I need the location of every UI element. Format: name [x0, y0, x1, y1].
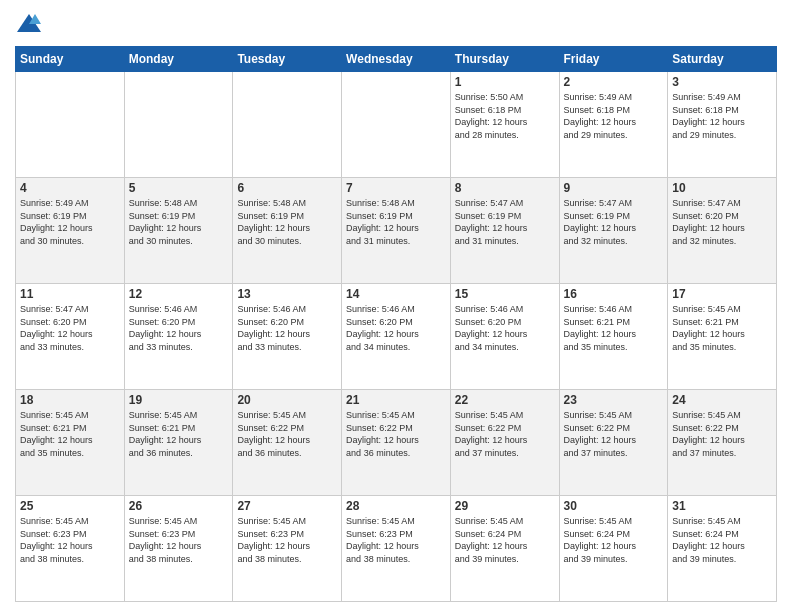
day-number: 6 — [237, 181, 337, 195]
calendar-cell: 31Sunrise: 5:45 AM Sunset: 6:24 PM Dayli… — [668, 496, 777, 602]
calendar-cell: 2Sunrise: 5:49 AM Sunset: 6:18 PM Daylig… — [559, 72, 668, 178]
day-number: 9 — [564, 181, 664, 195]
header — [15, 10, 777, 38]
day-info: Sunrise: 5:45 AM Sunset: 6:23 PM Dayligh… — [346, 515, 446, 565]
calendar-cell: 11Sunrise: 5:47 AM Sunset: 6:20 PM Dayli… — [16, 284, 125, 390]
day-number: 16 — [564, 287, 664, 301]
day-info: Sunrise: 5:45 AM Sunset: 6:23 PM Dayligh… — [237, 515, 337, 565]
day-number: 31 — [672, 499, 772, 513]
day-info: Sunrise: 5:49 AM Sunset: 6:18 PM Dayligh… — [564, 91, 664, 141]
page: SundayMondayTuesdayWednesdayThursdayFrid… — [0, 0, 792, 612]
day-number: 1 — [455, 75, 555, 89]
day-number: 4 — [20, 181, 120, 195]
day-number: 13 — [237, 287, 337, 301]
day-info: Sunrise: 5:46 AM Sunset: 6:20 PM Dayligh… — [129, 303, 229, 353]
col-header-tuesday: Tuesday — [233, 47, 342, 72]
calendar-cell: 13Sunrise: 5:46 AM Sunset: 6:20 PM Dayli… — [233, 284, 342, 390]
calendar-cell: 28Sunrise: 5:45 AM Sunset: 6:23 PM Dayli… — [342, 496, 451, 602]
calendar-cell: 1Sunrise: 5:50 AM Sunset: 6:18 PM Daylig… — [450, 72, 559, 178]
calendar-cell: 17Sunrise: 5:45 AM Sunset: 6:21 PM Dayli… — [668, 284, 777, 390]
day-number: 24 — [672, 393, 772, 407]
day-number: 11 — [20, 287, 120, 301]
day-number: 7 — [346, 181, 446, 195]
calendar-cell: 25Sunrise: 5:45 AM Sunset: 6:23 PM Dayli… — [16, 496, 125, 602]
day-info: Sunrise: 5:45 AM Sunset: 6:22 PM Dayligh… — [455, 409, 555, 459]
day-info: Sunrise: 5:49 AM Sunset: 6:19 PM Dayligh… — [20, 197, 120, 247]
calendar-cell — [342, 72, 451, 178]
day-number: 19 — [129, 393, 229, 407]
calendar-cell: 10Sunrise: 5:47 AM Sunset: 6:20 PM Dayli… — [668, 178, 777, 284]
day-number: 5 — [129, 181, 229, 195]
day-info: Sunrise: 5:45 AM Sunset: 6:21 PM Dayligh… — [20, 409, 120, 459]
col-header-wednesday: Wednesday — [342, 47, 451, 72]
calendar-cell: 4Sunrise: 5:49 AM Sunset: 6:19 PM Daylig… — [16, 178, 125, 284]
day-info: Sunrise: 5:48 AM Sunset: 6:19 PM Dayligh… — [237, 197, 337, 247]
day-number: 8 — [455, 181, 555, 195]
day-number: 21 — [346, 393, 446, 407]
day-info: Sunrise: 5:45 AM Sunset: 6:21 PM Dayligh… — [672, 303, 772, 353]
day-info: Sunrise: 5:45 AM Sunset: 6:22 PM Dayligh… — [672, 409, 772, 459]
day-number: 2 — [564, 75, 664, 89]
calendar-cell: 27Sunrise: 5:45 AM Sunset: 6:23 PM Dayli… — [233, 496, 342, 602]
day-info: Sunrise: 5:45 AM Sunset: 6:21 PM Dayligh… — [129, 409, 229, 459]
day-number: 14 — [346, 287, 446, 301]
day-info: Sunrise: 5:45 AM Sunset: 6:22 PM Dayligh… — [564, 409, 664, 459]
logo-icon — [15, 10, 43, 38]
day-number: 29 — [455, 499, 555, 513]
calendar-cell: 29Sunrise: 5:45 AM Sunset: 6:24 PM Dayli… — [450, 496, 559, 602]
calendar-cell: 3Sunrise: 5:49 AM Sunset: 6:18 PM Daylig… — [668, 72, 777, 178]
calendar-cell: 26Sunrise: 5:45 AM Sunset: 6:23 PM Dayli… — [124, 496, 233, 602]
calendar-cell: 12Sunrise: 5:46 AM Sunset: 6:20 PM Dayli… — [124, 284, 233, 390]
day-number: 27 — [237, 499, 337, 513]
calendar-cell: 6Sunrise: 5:48 AM Sunset: 6:19 PM Daylig… — [233, 178, 342, 284]
day-info: Sunrise: 5:46 AM Sunset: 6:20 PM Dayligh… — [237, 303, 337, 353]
calendar-cell: 18Sunrise: 5:45 AM Sunset: 6:21 PM Dayli… — [16, 390, 125, 496]
calendar-cell: 16Sunrise: 5:46 AM Sunset: 6:21 PM Dayli… — [559, 284, 668, 390]
day-info: Sunrise: 5:45 AM Sunset: 6:22 PM Dayligh… — [346, 409, 446, 459]
calendar-cell: 9Sunrise: 5:47 AM Sunset: 6:19 PM Daylig… — [559, 178, 668, 284]
day-info: Sunrise: 5:45 AM Sunset: 6:24 PM Dayligh… — [672, 515, 772, 565]
calendar-cell: 8Sunrise: 5:47 AM Sunset: 6:19 PM Daylig… — [450, 178, 559, 284]
calendar-cell — [233, 72, 342, 178]
day-info: Sunrise: 5:46 AM Sunset: 6:21 PM Dayligh… — [564, 303, 664, 353]
calendar-cell: 20Sunrise: 5:45 AM Sunset: 6:22 PM Dayli… — [233, 390, 342, 496]
day-info: Sunrise: 5:49 AM Sunset: 6:18 PM Dayligh… — [672, 91, 772, 141]
calendar: SundayMondayTuesdayWednesdayThursdayFrid… — [15, 46, 777, 602]
day-info: Sunrise: 5:45 AM Sunset: 6:24 PM Dayligh… — [564, 515, 664, 565]
day-info: Sunrise: 5:47 AM Sunset: 6:20 PM Dayligh… — [20, 303, 120, 353]
calendar-cell: 23Sunrise: 5:45 AM Sunset: 6:22 PM Dayli… — [559, 390, 668, 496]
col-header-friday: Friday — [559, 47, 668, 72]
day-info: Sunrise: 5:45 AM Sunset: 6:23 PM Dayligh… — [20, 515, 120, 565]
calendar-cell — [124, 72, 233, 178]
calendar-cell: 14Sunrise: 5:46 AM Sunset: 6:20 PM Dayli… — [342, 284, 451, 390]
day-info: Sunrise: 5:48 AM Sunset: 6:19 PM Dayligh… — [129, 197, 229, 247]
day-number: 20 — [237, 393, 337, 407]
col-header-sunday: Sunday — [16, 47, 125, 72]
calendar-cell: 21Sunrise: 5:45 AM Sunset: 6:22 PM Dayli… — [342, 390, 451, 496]
logo — [15, 10, 47, 38]
day-info: Sunrise: 5:47 AM Sunset: 6:19 PM Dayligh… — [455, 197, 555, 247]
calendar-cell: 7Sunrise: 5:48 AM Sunset: 6:19 PM Daylig… — [342, 178, 451, 284]
calendar-cell: 30Sunrise: 5:45 AM Sunset: 6:24 PM Dayli… — [559, 496, 668, 602]
day-info: Sunrise: 5:47 AM Sunset: 6:20 PM Dayligh… — [672, 197, 772, 247]
day-number: 10 — [672, 181, 772, 195]
calendar-cell: 5Sunrise: 5:48 AM Sunset: 6:19 PM Daylig… — [124, 178, 233, 284]
day-number: 15 — [455, 287, 555, 301]
col-header-monday: Monday — [124, 47, 233, 72]
calendar-cell: 15Sunrise: 5:46 AM Sunset: 6:20 PM Dayli… — [450, 284, 559, 390]
day-number: 3 — [672, 75, 772, 89]
col-header-saturday: Saturday — [668, 47, 777, 72]
day-number: 30 — [564, 499, 664, 513]
calendar-cell: 22Sunrise: 5:45 AM Sunset: 6:22 PM Dayli… — [450, 390, 559, 496]
day-info: Sunrise: 5:47 AM Sunset: 6:19 PM Dayligh… — [564, 197, 664, 247]
day-number: 22 — [455, 393, 555, 407]
day-info: Sunrise: 5:45 AM Sunset: 6:22 PM Dayligh… — [237, 409, 337, 459]
day-info: Sunrise: 5:45 AM Sunset: 6:23 PM Dayligh… — [129, 515, 229, 565]
day-info: Sunrise: 5:50 AM Sunset: 6:18 PM Dayligh… — [455, 91, 555, 141]
day-number: 23 — [564, 393, 664, 407]
day-info: Sunrise: 5:46 AM Sunset: 6:20 PM Dayligh… — [455, 303, 555, 353]
day-number: 28 — [346, 499, 446, 513]
day-info: Sunrise: 5:48 AM Sunset: 6:19 PM Dayligh… — [346, 197, 446, 247]
calendar-cell: 24Sunrise: 5:45 AM Sunset: 6:22 PM Dayli… — [668, 390, 777, 496]
col-header-thursday: Thursday — [450, 47, 559, 72]
